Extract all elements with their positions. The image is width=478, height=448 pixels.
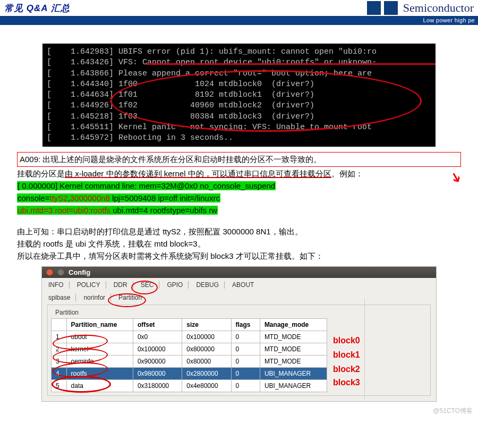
tab-row-main: INFO POLICY DDR SEC GPIO DEBUG ABOUT [42, 278, 436, 291]
table-row[interactable]: 3oeminfo0x9000000x800000MTD_MODE [52, 356, 327, 368]
cmd-text: [ 0.000000] Kernel command line: mem=32M… [17, 181, 276, 190]
cmd-line: [ 0.000000] Kernel command line: mem=32M… [17, 180, 461, 192]
th: Partition_name [66, 319, 133, 331]
partition-group: Partition Partition_name offset size fla… [47, 305, 431, 396]
partition-table[interactable]: Partition_name offset size flags Manage_… [51, 318, 327, 392]
tab-partition[interactable]: Partition [117, 294, 147, 301]
text: 。例如： [331, 169, 363, 178]
watermark: @51CTO博客 [433, 407, 473, 416]
brand-square-2 [384, 1, 398, 15]
annotation-underline [146, 63, 436, 65]
table-row-selected[interactable]: 4rootfs0x9800000x28000000UBI_MANAGER [52, 368, 327, 380]
annotation-ellipse [110, 70, 422, 132]
close-icon[interactable] [46, 269, 53, 276]
label-block1: block1 [333, 350, 360, 360]
answer-content: A009: 出现上述的问题是烧录的文件系统所在分区和启动时挂载的分区不一致导致的… [17, 152, 461, 262]
config-window: Config INFO POLICY DDR SEC GPIO DEBUG AB… [41, 266, 437, 402]
paragraph: 所以在烧录工具中，填写分区表时需将文件系统烧写到 block3 才可以正常挂载。… [17, 250, 461, 262]
tab-spibase[interactable]: spibase [47, 294, 76, 301]
window-titlebar: Config [42, 267, 436, 278]
text: 挂载的分区是 [17, 169, 65, 178]
tab-policy[interactable]: POLICY [76, 281, 106, 289]
paragraph: 挂载的 rootfs 是 ubi 文件系统，挂载在 mtd block=3。 [17, 238, 461, 250]
tab-about[interactable]: ABOUT [231, 281, 259, 289]
paragraph: 挂载的分区是由 x-loader 中的参数传递到 kernel 中的，可以通过串… [17, 167, 461, 180]
tab-row-sub: spibase norinfor Partition [42, 291, 436, 303]
table-row[interactable]: 2kernel0x1000000x8000000MTD_MODE [52, 343, 327, 356]
cmd-text: console=ttyS2,3000000n8 lpj=5009408 ip=o… [17, 193, 220, 202]
header-subtitle-bar: Low power high pe [0, 16, 478, 25]
terminal-output: [ 1.642983] UBIFS error (pid 1): ubifs_m… [42, 44, 436, 147]
group-label: Partition [53, 309, 81, 316]
table-header-row: Partition_name offset size flags Manage_… [52, 319, 327, 331]
divider [364, 299, 365, 399]
tab-norinfor[interactable]: norinfor [82, 294, 111, 301]
cmd-text: ubi.mtd=3 root=ubi0:rootfs ubi.mtd=4 roo… [17, 206, 218, 215]
page-title: 常见 Q&A 汇总 [4, 2, 70, 14]
table-row[interactable]: 5data0x31800000x4e800000UBI_MANAGER [52, 380, 327, 392]
tab-gpio[interactable]: GPIO [166, 281, 189, 289]
table-row[interactable]: 1uboot0x00x1000000MTD_MODE [52, 331, 327, 343]
brand-area: Semiconductor [367, 1, 474, 15]
th: offset [133, 319, 182, 331]
cmd-line: ubi.mtd=3 root=ubi0:rootfs ubi.mtd=4 roo… [17, 204, 461, 216]
brand-square-1 [367, 1, 381, 15]
window-title: Config [69, 268, 90, 276]
tab-ddr[interactable]: DDR [113, 281, 133, 289]
cmd-line: console=ttyS2,3000000n8 lpj=5009408 ip=o… [17, 192, 461, 204]
page-header: 常见 Q&A 汇总 Semiconductor [0, 0, 478, 15]
th: Manage_mode [260, 319, 327, 331]
brand-text: Semiconductor [403, 1, 474, 15]
answer-a009: A009: 出现上述的问题是烧录的文件系统所在分区和启动时挂载的分区不一致导致的… [17, 152, 461, 166]
th [52, 319, 67, 331]
paragraph: 由上可知：串口启动时的打印信息是通过 ttyS2，按照配置 3000000 8N… [17, 225, 461, 238]
tab-sec[interactable]: SEC [140, 281, 160, 289]
th: size [182, 319, 231, 331]
tab-debug[interactable]: DEBUG [195, 281, 225, 289]
th: flags [231, 319, 260, 331]
label-block3: block3 [333, 378, 360, 387]
text-underlined: 由 x-loader 中的参数传递到 kernel 中的，可以通过串口信息可查看… [65, 169, 331, 178]
label-block0: block0 [333, 336, 360, 345]
tab-info[interactable]: INFO [47, 281, 70, 289]
label-block2: block2 [333, 365, 360, 374]
minimize-icon[interactable] [57, 269, 64, 276]
